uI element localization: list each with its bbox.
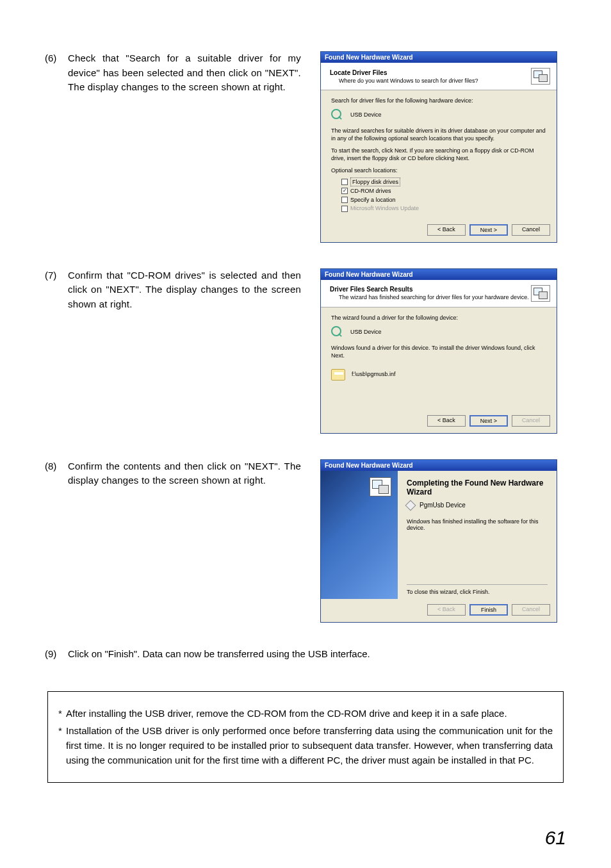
dialog2-device: USB Device xyxy=(350,328,382,336)
dialog2-path: f:\usb\pgmusb.inf xyxy=(352,370,396,379)
cancel-button[interactable]: Cancel xyxy=(512,224,550,236)
dialog1-line2: The wizard searches for suitable drivers… xyxy=(331,127,546,143)
checkbox-floppy[interactable]: Floppy disk drives xyxy=(341,177,546,187)
back-button[interactable]: < Back xyxy=(427,224,466,236)
checkbox-floppy-label: Floppy disk drives xyxy=(350,177,400,187)
step-9-text: Click on "Finish". Data can now be trans… xyxy=(68,648,370,659)
back-button[interactable]: < Back xyxy=(427,415,466,427)
checkbox-specify[interactable]: Specify a location xyxy=(341,196,546,204)
dialog1-line3: To start the search, click Next. If you … xyxy=(331,147,546,163)
step-8-text: Confirm the contents and then click on "… xyxy=(68,459,301,488)
checkbox-specify-label: Specify a location xyxy=(350,196,396,204)
dialog1-line1: Search for driver files for the followin… xyxy=(331,97,546,105)
finish-button[interactable]: Finish xyxy=(469,604,508,616)
dialog1-header-title: Locate Driver Files xyxy=(330,69,478,76)
drive-icon xyxy=(331,369,345,381)
dialog2-header-title: Driver Files Search Results xyxy=(330,286,529,293)
step-9-row: (9) Click on "Finish". Data can now be t… xyxy=(45,648,566,659)
note-2: Installation of the USB driver is only p… xyxy=(66,723,553,768)
checkbox-windows-update: Microsoft Windows Update xyxy=(341,204,546,213)
step-8-row: (8) Confirm the contents and then click … xyxy=(45,459,566,623)
dialog1-device: USB Device xyxy=(350,111,382,119)
step-6-row: (6) Check that "Search for a suitable dr… xyxy=(45,51,566,243)
dialog-locate-driver: Found New Hardware Wizard Locate Driver … xyxy=(320,51,557,243)
step-7-row: (7) Confirm that "CD-ROM drives" is sele… xyxy=(45,268,566,434)
checkbox-icon xyxy=(341,206,348,212)
step-7-text: Confirm that "CD-ROM drives" is selected… xyxy=(68,268,301,312)
checkbox-cdrom[interactable]: ✓ CD-ROM drives xyxy=(341,187,546,195)
dialog2-line1: The wizard found a driver for the follow… xyxy=(331,314,546,322)
dialog3-heading: Completing the Found New Hardware Wizard xyxy=(407,479,548,496)
search-icon xyxy=(331,109,344,122)
dialog1-line4: Optional search locations: xyxy=(331,167,546,175)
cancel-button: Cancel xyxy=(512,604,550,616)
page-number: 61 xyxy=(545,827,566,849)
hardware-icon xyxy=(370,477,391,496)
dialog-search-results: Found New Hardware Wizard Driver Files S… xyxy=(320,268,557,434)
dialog1-header-sub: Where do you want Windows to search for … xyxy=(339,78,478,84)
checkbox-icon-checked: ✓ xyxy=(341,188,348,194)
dialog2-titlebar: Found New Hardware Wizard xyxy=(321,269,557,280)
step-6-number: (6) xyxy=(45,51,68,66)
hardware-icon xyxy=(531,285,550,302)
dialog3-close: To close this wizard, click Finish. xyxy=(407,584,548,595)
asterisk: * xyxy=(58,723,66,768)
note-1: After installing the USB driver, remove … xyxy=(66,706,507,721)
notes-box: * After installing the USB driver, remov… xyxy=(47,691,564,783)
dialog2-header-sub: The wizard has finished searching for dr… xyxy=(339,294,529,300)
checkbox-cdrom-label: CD-ROM drives xyxy=(350,187,391,195)
step-6-text: Check that "Search for a suitable driver… xyxy=(68,51,301,95)
next-button[interactable]: Next > xyxy=(469,415,508,427)
next-button[interactable]: Next > xyxy=(469,224,508,236)
step-9-number: (9) xyxy=(45,648,68,659)
search-icon xyxy=(331,326,344,339)
cancel-button: Cancel xyxy=(512,415,550,427)
dialog3-titlebar: Found New Hardware Wizard xyxy=(321,460,557,471)
checkbox-update-label: Microsoft Windows Update xyxy=(350,204,419,213)
checkbox-icon xyxy=(341,179,348,185)
hardware-icon xyxy=(531,68,550,85)
dialog3-msg: Windows has finished installing the soft… xyxy=(407,518,548,531)
device-icon xyxy=(405,500,416,511)
step-8-number: (8) xyxy=(45,459,68,474)
dialog2-line2: Windows found a driver for this device. … xyxy=(331,344,546,360)
checkbox-icon xyxy=(341,197,348,203)
step-7-number: (7) xyxy=(45,268,68,283)
dialog-completing: Found New Hardware Wizard Completing the… xyxy=(320,459,557,623)
wizard-side-image xyxy=(321,471,398,599)
asterisk: * xyxy=(58,706,66,721)
back-button: < Back xyxy=(427,604,466,616)
dialog1-titlebar: Found New Hardware Wizard xyxy=(321,52,557,63)
dialog3-device: PgmUsb Device xyxy=(420,502,466,509)
